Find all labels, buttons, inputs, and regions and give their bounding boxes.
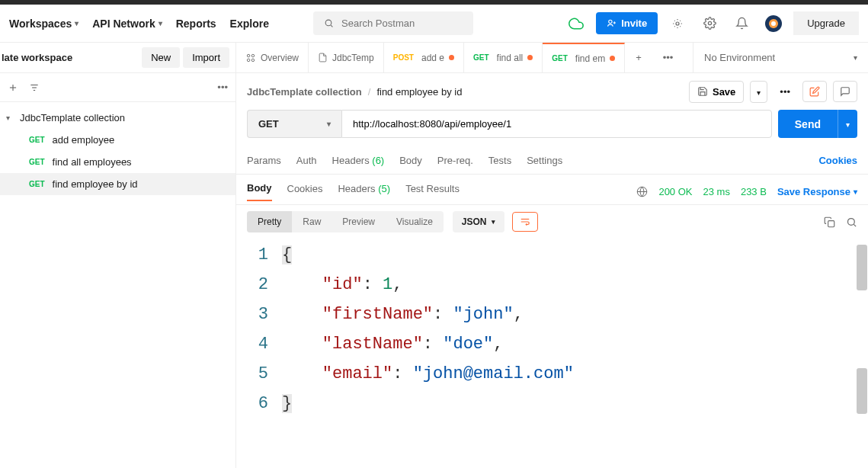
save-button[interactable]: Save	[689, 81, 744, 103]
send-dropdown[interactable]: ▾	[838, 110, 857, 138]
collection-row[interactable]: ▾ JdbcTemplate collection	[0, 107, 235, 129]
filter-icon[interactable]	[29, 82, 40, 93]
new-button[interactable]: New	[142, 47, 180, 68]
sync-icon[interactable]	[564, 11, 588, 36]
copy-icon[interactable]	[824, 216, 835, 228]
resp-tab-headers[interactable]: Headers (5)	[338, 183, 390, 200]
wrap-lines-button[interactable]	[512, 212, 538, 232]
new-tab-button[interactable]: +	[625, 52, 652, 63]
breadcrumb-request: find employee by id	[376, 86, 462, 98]
cookies-link[interactable]: Cookies	[818, 155, 857, 166]
invite-button[interactable]: Invite	[596, 12, 658, 34]
settings-icon[interactable]	[697, 11, 722, 36]
file-icon	[318, 53, 328, 63]
capture-icon[interactable]	[665, 11, 690, 36]
response-size: 233 B	[741, 186, 767, 197]
edit-button[interactable]	[802, 81, 827, 102]
scrollbar-thumb[interactable]	[857, 368, 867, 414]
search-icon	[324, 18, 334, 29]
req-tab-prereq[interactable]: Pre-req.	[437, 155, 473, 166]
overview-icon	[245, 53, 256, 63]
req-tab-body[interactable]: Body	[399, 155, 422, 166]
more-icon[interactable]: •••	[217, 82, 228, 93]
view-pretty[interactable]: Pretty	[247, 211, 292, 232]
svg-line-1	[331, 25, 332, 27]
svg-point-15	[247, 54, 250, 57]
req-tab-tests[interactable]: Tests	[488, 155, 511, 166]
svg-point-9	[771, 21, 776, 26]
chevron-down-icon: ▾	[327, 120, 331, 128]
req-tab-auth[interactable]: Auth	[296, 155, 317, 166]
app-header: Workspaces▾ API Network▾ Reports Explore…	[0, 5, 868, 43]
add-icon[interactable]	[8, 82, 18, 93]
request-item-find-by-id[interactable]: GET find employee by id	[0, 173, 235, 195]
search-input[interactable]	[341, 18, 463, 29]
chevron-down-icon: ▾	[75, 19, 78, 27]
response-code: { "id": 1, "firstName": "john", "lastNam…	[282, 240, 868, 418]
resp-tab-body[interactable]: Body	[247, 182, 272, 201]
svg-point-2	[609, 20, 612, 23]
upgrade-button[interactable]: Upgrade	[793, 11, 859, 35]
resp-tab-test-results[interactable]: Test Results	[405, 183, 460, 200]
unsaved-dot-icon	[527, 55, 533, 60]
resp-tab-cookies[interactable]: Cookies	[287, 183, 323, 200]
svg-point-23	[848, 218, 855, 225]
tab-more-icon[interactable]: •••	[652, 52, 684, 63]
svg-line-24	[854, 224, 856, 226]
tab-add-employee[interactable]: POST add e	[384, 43, 464, 72]
breadcrumb-collection[interactable]: JdbcTemplate collection	[247, 86, 362, 98]
svg-point-16	[251, 54, 255, 57]
chevron-down-icon: ▾	[6, 114, 15, 122]
globe-icon[interactable]	[636, 186, 648, 197]
tabs-bar: Overview JdbcTemp POST add e GET find al…	[236, 43, 868, 73]
comment-button[interactable]	[833, 81, 857, 102]
view-preview[interactable]: Preview	[332, 211, 386, 232]
svg-rect-22	[828, 220, 834, 226]
save-icon	[697, 86, 708, 97]
unsaved-dot-icon	[610, 56, 615, 61]
req-tab-params[interactable]: Params	[247, 155, 281, 166]
environment-select[interactable]: No Environment ▾	[693, 43, 868, 72]
svg-point-6	[708, 21, 711, 24]
nav-api-network[interactable]: API Network▾	[92, 18, 162, 30]
view-visualize[interactable]: Visualize	[386, 211, 444, 232]
chevron-down-icon: ▾	[854, 53, 857, 62]
workspace-title: late workspace	[0, 52, 72, 63]
wrap-icon	[519, 216, 531, 227]
save-response-button[interactable]: Save Response ▾	[777, 186, 857, 197]
scrollbar-thumb[interactable]	[857, 245, 867, 290]
request-item-add[interactable]: GET add employee	[0, 129, 235, 151]
request-item-find-all[interactable]: GET find all employees	[0, 151, 235, 173]
status-code: 200 OK	[658, 186, 692, 197]
search-response-icon[interactable]	[846, 216, 857, 228]
url-input[interactable]	[341, 110, 772, 138]
nav-workspaces[interactable]: Workspaces▾	[9, 18, 78, 30]
unsaved-dot-icon	[449, 55, 454, 60]
tab-find-all[interactable]: GET find all	[464, 43, 543, 72]
line-gutter: 1 2 3 4 5 6	[236, 240, 282, 418]
req-tab-settings[interactable]: Settings	[527, 155, 562, 166]
tab-find-employee[interactable]: GET find em	[543, 43, 625, 72]
send-button[interactable]: Send	[778, 110, 838, 138]
svg-point-0	[325, 20, 332, 26]
response-editor[interactable]: 1 2 3 4 5 6 { "id": 1, "firstName": "joh…	[236, 239, 868, 420]
view-raw[interactable]: Raw	[292, 211, 332, 232]
method-select[interactable]: GET ▾	[247, 110, 341, 138]
req-tab-headers[interactable]: Headers (6)	[332, 155, 385, 166]
chevron-down-icon: ▾	[159, 19, 162, 27]
notifications-icon[interactable]	[729, 11, 754, 36]
more-actions[interactable]: •••	[774, 82, 796, 102]
import-button[interactable]: Import	[183, 47, 229, 68]
tab-overview[interactable]: Overview	[236, 43, 309, 72]
sidebar: late workspace New Import ••• ▾ JdbcTemp…	[0, 43, 236, 468]
nav-reports[interactable]: Reports	[176, 18, 216, 30]
avatar[interactable]	[761, 11, 786, 36]
search-box[interactable]	[313, 11, 473, 35]
nav-explore[interactable]: Explore	[230, 18, 269, 30]
breadcrumb: JdbcTemplate collection / find employee …	[247, 86, 462, 98]
response-time: 23 ms	[703, 186, 730, 197]
tab-collection[interactable]: JdbcTemp	[309, 43, 384, 72]
save-dropdown[interactable]: ▾	[750, 81, 767, 103]
format-select[interactable]: JSON ▾	[453, 211, 504, 232]
chevron-down-icon: ▾	[492, 218, 495, 226]
